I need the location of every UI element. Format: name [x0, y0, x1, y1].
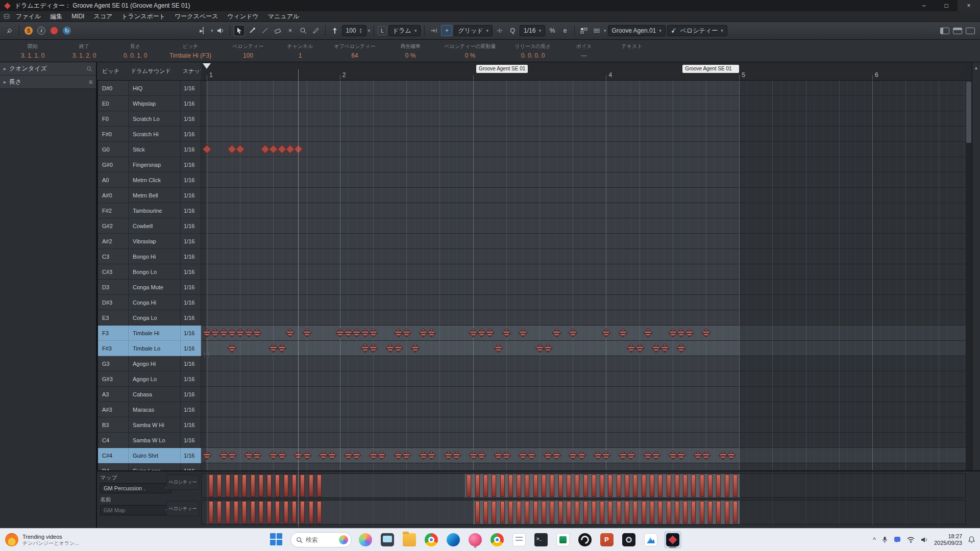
drum-map-dropdown[interactable]: Groove Agen.01 ▾: [608, 25, 666, 36]
row-snap[interactable]: 1/16: [181, 81, 201, 96]
taskbar-app-sheets[interactable]: [554, 531, 572, 548]
teams-chat-icon[interactable]: [894, 536, 901, 543]
row-pitch[interactable]: E0: [98, 96, 129, 111]
row-snap[interactable]: 1/16: [181, 203, 201, 218]
row-note-grid[interactable]: [201, 96, 966, 111]
row-sound-name[interactable]: Scratch Lo: [129, 111, 181, 127]
row-sound-name[interactable]: Bongo Lo: [129, 264, 181, 280]
velocity-bar[interactable]: [592, 474, 596, 497]
velocity-bar[interactable]: [708, 474, 713, 497]
row-note-grid[interactable]: [201, 249, 966, 264]
velocity-lane-label[interactable]: ベロシティー: [166, 501, 199, 516]
menu-item-3[interactable]: スコア: [89, 11, 117, 21]
sound-column-header[interactable]: ドラムサウンド: [131, 67, 181, 75]
velocity-bar[interactable]: [700, 474, 704, 497]
velocity-bar[interactable]: [475, 474, 480, 497]
row-snap[interactable]: 1/16: [181, 433, 201, 448]
row-note-grid[interactable]: [201, 402, 966, 417]
infoline-field-2[interactable]: 長さ0. 0. 1. 0: [110, 40, 160, 62]
velocity-spinner[interactable]: ▲▼: [359, 28, 362, 34]
velocity-bar[interactable]: [725, 501, 729, 523]
row-sound-name[interactable]: Cowbell: [129, 218, 181, 234]
object-selection-tool[interactable]: [234, 25, 245, 36]
velocity-bar[interactable]: [542, 474, 546, 497]
velocity-bar[interactable]: [275, 501, 280, 523]
taskbar-app-camera[interactable]: [620, 531, 638, 548]
taskbar-app-notes[interactable]: [510, 531, 528, 548]
velocity-bar[interactable]: [483, 474, 488, 497]
quantize-section-header[interactable]: ▸ クオンタイズ: [0, 62, 96, 76]
row-pitch[interactable]: C3: [98, 249, 129, 264]
row-snap[interactable]: 1/16: [181, 295, 201, 310]
velocity-bar[interactable]: [683, 474, 688, 497]
infoline-field-3[interactable]: ピッチTimbale Hi (F3): [160, 40, 220, 62]
notification-bell-icon[interactable]: [968, 536, 975, 543]
line-tool[interactable]: [259, 25, 271, 36]
row-pitch[interactable]: G3: [98, 356, 129, 371]
snap-column-header[interactable]: スナップ: [183, 67, 201, 75]
velocity-bar[interactable]: [608, 501, 612, 523]
velocity-bar[interactable]: [542, 501, 546, 523]
row-note-grid[interactable]: [201, 127, 966, 142]
velocity-bar[interactable]: [583, 474, 588, 497]
row-sound-name[interactable]: Tambourine: [129, 203, 181, 218]
row-snap[interactable]: 1/16: [181, 387, 201, 402]
row-snap[interactable]: 1/16: [181, 127, 201, 142]
taskbar-app-folder[interactable]: [401, 531, 418, 548]
row-pitch[interactable]: D#0: [98, 81, 129, 96]
velocity-bar[interactable]: [567, 501, 571, 523]
velocity-bar[interactable]: [583, 501, 588, 523]
velocity-bar[interactable]: [600, 474, 604, 497]
velocity-bar[interactable]: [259, 501, 263, 523]
velocity-bar[interactable]: [234, 501, 238, 523]
row-note-grid[interactable]: [201, 356, 966, 371]
row-snap[interactable]: 1/16: [181, 417, 201, 433]
row-sound-name[interactable]: Maracas: [129, 402, 181, 417]
solo-button[interactable]: S: [23, 25, 34, 36]
velocity-bar[interactable]: [226, 501, 230, 523]
taskbar-app-chrome2[interactable]: [488, 531, 506, 548]
row-snap[interactable]: 1/16: [181, 448, 201, 463]
eraser-tool[interactable]: [272, 25, 283, 36]
velocity-bar[interactable]: [292, 474, 297, 497]
row-pitch[interactable]: A3: [98, 387, 129, 402]
infoline-field-5[interactable]: チャンネル1: [276, 40, 325, 62]
row-note-grid[interactable]: [201, 433, 966, 448]
row-pitch[interactable]: F#0: [98, 127, 129, 142]
velocity-bar[interactable]: [292, 501, 297, 523]
lane-layout-icon[interactable]: [591, 25, 602, 36]
menu-item-4[interactable]: トランスポート: [117, 11, 170, 21]
row-sound-name[interactable]: Samba W Hi: [129, 417, 181, 433]
velocity-bar[interactable]: [716, 501, 721, 523]
menu-item-1[interactable]: 編集: [45, 11, 67, 21]
vertical-scrollbar[interactable]: [966, 81, 972, 470]
row-pitch[interactable]: F#2: [98, 203, 129, 218]
speaker-icon[interactable]: [215, 25, 226, 36]
row-snap[interactable]: 1/16: [181, 463, 201, 470]
autoscroll-caret-icon[interactable]: ▾: [211, 28, 213, 33]
infoline-field-9[interactable]: リリースの長さ0. 0. 0. 0: [504, 40, 561, 62]
velocity-bar[interactable]: [558, 501, 563, 523]
row-snap[interactable]: 1/16: [181, 371, 201, 387]
row-snap[interactable]: 1/16: [181, 142, 201, 157]
menu-item-7[interactable]: マニュアル: [263, 11, 304, 21]
velocity-bar[interactable]: [500, 474, 505, 497]
row-pitch[interactable]: F#3: [98, 341, 129, 356]
velocity-lane-1[interactable]: [201, 500, 966, 524]
row-note-grid[interactable]: [201, 371, 966, 387]
velocity-bar[interactable]: [642, 474, 646, 497]
row-snap[interactable]: 1/16: [181, 234, 201, 249]
row-sound-name[interactable]: Cabasa: [129, 387, 181, 402]
quantize-preset-dropdown[interactable]: 1/16 ▾: [520, 25, 545, 36]
menu-item-5[interactable]: ワークスペース: [170, 11, 223, 21]
row-snap[interactable]: 1/16: [181, 402, 201, 417]
velocity-bar[interactable]: [251, 501, 255, 523]
infoline-field-4[interactable]: ベロシティー100: [220, 40, 276, 62]
velocity-bar[interactable]: [309, 474, 313, 497]
start-button[interactable]: [268, 531, 285, 548]
mute-tool[interactable]: ×: [285, 25, 296, 36]
wifi-icon[interactable]: [907, 537, 915, 543]
row-note-grid[interactable]: [201, 142, 966, 157]
velocity-bar[interactable]: [234, 474, 238, 497]
velocity-bar[interactable]: [617, 474, 621, 497]
